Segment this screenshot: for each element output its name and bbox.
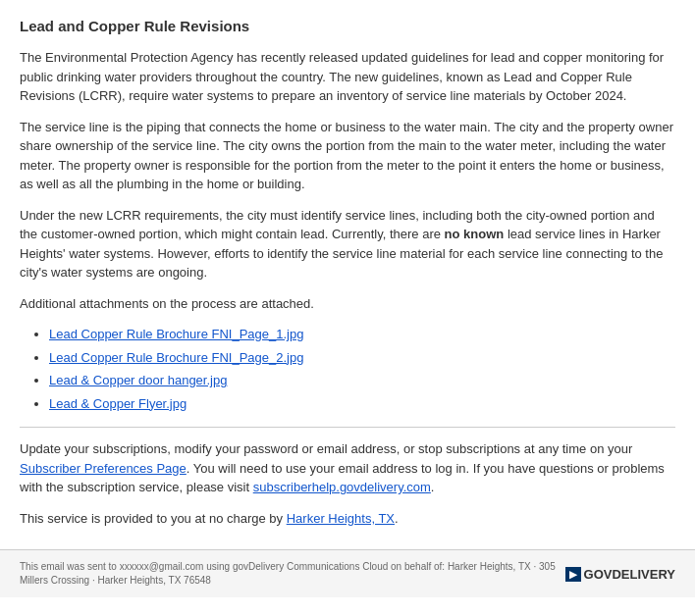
attachment-link-2[interactable]: Lead Copper Rule Brochure FNI_Page_2.jpg xyxy=(49,350,303,365)
paragraph-4: Additional attachments on the process ar… xyxy=(20,294,675,314)
paragraph-6-end: . xyxy=(395,511,399,526)
paragraph-1: The Environmental Protection Agency has … xyxy=(20,48,675,106)
paragraph-5-pre: Update your subscriptions, modify your p… xyxy=(20,441,632,456)
govdelivery-logo: ▶GOVDELIVERY xyxy=(565,567,675,582)
divider xyxy=(20,427,675,428)
govdelivery-logo-text: GOVDELIVERY xyxy=(584,567,675,582)
attachment-link-3[interactable]: Lead & Copper door hanger.jpg xyxy=(49,373,227,387)
list-item: Lead Copper Rule Brochure FNI_Page_2.jpg xyxy=(49,348,675,368)
harker-heights-link[interactable]: Harker Heights, TX xyxy=(287,511,395,526)
list-item: Lead & Copper door hanger.jpg xyxy=(49,371,675,390)
list-item: Lead & Copper Flyer.jpg xyxy=(49,394,675,414)
subscriber-preferences-link[interactable]: Subscriber Preferences Page xyxy=(20,461,187,476)
list-item: Lead Copper Rule Brochure FNI_Page_1.jpg xyxy=(49,325,675,344)
paragraph-2: The service line is the piping that conn… xyxy=(20,118,675,194)
paragraph-6-pre: This service is provided to you at no ch… xyxy=(20,511,287,526)
main-content: Lead and Copper Rule Revisions The Envir… xyxy=(0,0,695,549)
subscriberhelp-link[interactable]: subscriberhelp.govdelivery.com xyxy=(253,480,431,494)
attachment-link-4[interactable]: Lead & Copper Flyer.jpg xyxy=(49,396,187,411)
paragraph-3-bold: no known xyxy=(445,227,505,241)
paragraph-6: This service is provided to you at no ch… xyxy=(20,509,675,529)
paragraph-5: Update your subscriptions, modify your p… xyxy=(20,439,675,497)
attachment-links-list: Lead Copper Rule Brochure FNI_Page_1.jpg… xyxy=(49,325,675,413)
paragraph-3: Under the new LCRR requirements, the cit… xyxy=(20,206,675,282)
govdelivery-logo-box: ▶ xyxy=(565,567,581,582)
footer-text: This email was sent to xxxxxx@gmail.com … xyxy=(20,560,565,588)
paragraph-5-end: . xyxy=(431,480,435,494)
attachment-link-1[interactable]: Lead Copper Rule Brochure FNI_Page_1.jpg xyxy=(49,327,303,341)
page-title: Lead and Copper Rule Revisions xyxy=(20,18,675,34)
footer-bar: This email was sent to xxxxxx@gmail.com … xyxy=(0,549,695,597)
